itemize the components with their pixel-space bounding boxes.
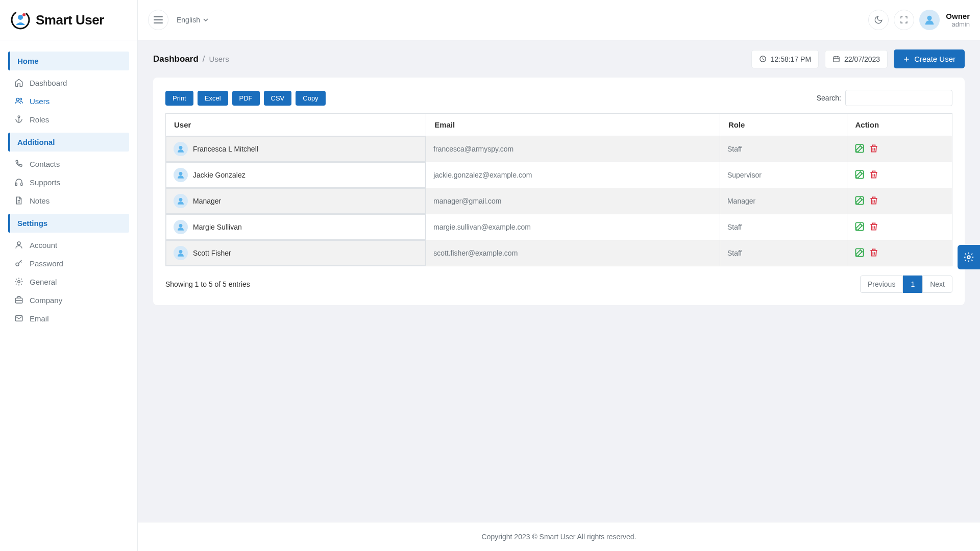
nav-section-header: Settings xyxy=(8,214,129,233)
nav-item-label: General xyxy=(30,278,57,286)
fullscreen-button[interactable] xyxy=(894,10,914,30)
headphones-icon xyxy=(14,178,23,187)
sidebar-nav: HomeDashboardUsersRolesAdditionalContact… xyxy=(0,40,137,551)
column-header[interactable]: Email xyxy=(426,114,720,136)
sidebar-item-roles[interactable]: Roles xyxy=(8,110,129,129)
email-cell: scott.fisher@example.com xyxy=(426,240,720,266)
hamburger-icon xyxy=(154,16,163,23)
clock-display: 12:58:17 PM xyxy=(751,50,819,68)
copy-button[interactable]: Copy xyxy=(296,91,325,106)
sidebar-item-dashboard[interactable]: Dashboard xyxy=(8,73,129,92)
pagination-previous[interactable]: Previous xyxy=(860,276,903,293)
sidebar-item-account[interactable]: Account xyxy=(8,236,129,254)
sidebar-item-notes[interactable]: Notes xyxy=(8,191,129,210)
action-cell xyxy=(847,162,952,188)
moon-icon xyxy=(874,15,883,24)
csv-button[interactable]: CSV xyxy=(264,91,292,106)
sidebar-item-password[interactable]: Password xyxy=(8,254,129,272)
users-icon xyxy=(14,96,23,106)
sidebar-item-company[interactable]: Company xyxy=(8,291,129,309)
user-icon xyxy=(924,14,935,26)
table-row: Francesca L Mitchellfrancesca@armyspy.co… xyxy=(166,136,952,162)
avatar xyxy=(174,142,188,156)
sidebar-item-supports[interactable]: Supports xyxy=(8,173,129,191)
delete-button[interactable] xyxy=(869,247,879,259)
anchor-icon xyxy=(14,115,23,124)
gear-icon xyxy=(963,252,974,263)
avatar xyxy=(174,168,188,182)
svg-rect-19 xyxy=(855,170,863,178)
menu-toggle-button[interactable] xyxy=(148,10,168,30)
edit-button[interactable] xyxy=(854,169,865,181)
breadcrumb-root[interactable]: Dashboard xyxy=(153,54,199,64)
table-row: Margie Sullivanmargie.sullivan@example.c… xyxy=(166,214,952,240)
avatar xyxy=(919,10,940,30)
edit-button[interactable] xyxy=(854,247,865,259)
breadcrumb-leaf: Users xyxy=(209,55,229,63)
table-row: Scott Fisherscott.fisher@example.comStaf… xyxy=(166,240,952,266)
user-menu[interactable]: Owner admin xyxy=(919,10,970,30)
breadcrumb-separator: / xyxy=(203,54,205,64)
search-input[interactable] xyxy=(845,90,952,106)
table-row: Jackie Gonzalezjackie.gonzalez@example.c… xyxy=(166,162,952,188)
user-cell: Jackie Gonzalez xyxy=(166,162,426,188)
theme-toggle-button[interactable] xyxy=(868,10,889,30)
date-display: 22/07/2023 xyxy=(825,50,888,68)
sidebar-item-email[interactable]: Email xyxy=(8,309,129,328)
sidebar-item-contacts[interactable]: Contacts xyxy=(8,155,129,173)
nav-item-label: Password xyxy=(30,259,63,268)
sidebar-item-general[interactable]: General xyxy=(8,272,129,291)
user-cell: Manager xyxy=(166,188,426,214)
svg-rect-21 xyxy=(855,196,863,204)
trash-icon xyxy=(869,247,879,258)
language-label: English xyxy=(177,16,200,24)
trash-icon xyxy=(869,195,879,206)
logo[interactable]: Smart User xyxy=(0,0,137,40)
svg-point-1 xyxy=(18,15,23,20)
nav-section-header: Additional xyxy=(8,133,129,152)
email-cell: manager@gmail.com xyxy=(426,188,720,214)
briefcase-icon xyxy=(14,295,23,305)
svg-point-3 xyxy=(16,98,19,101)
column-header[interactable]: Role xyxy=(720,114,847,136)
avatar xyxy=(174,246,188,260)
edit-button[interactable] xyxy=(854,195,865,207)
role-cell: Staff xyxy=(720,214,847,240)
delete-button[interactable] xyxy=(869,195,879,207)
svg-point-5 xyxy=(18,116,20,118)
gear-icon xyxy=(14,277,23,286)
settings-float-button[interactable] xyxy=(958,245,980,269)
nav-item-label: Users xyxy=(30,97,50,106)
pagination-page-1[interactable]: 1 xyxy=(903,276,922,293)
print-button[interactable]: Print xyxy=(165,91,193,106)
pagination-next[interactable]: Next xyxy=(922,276,952,293)
delete-button[interactable] xyxy=(869,221,879,233)
table-toolbar: PrintExcelPDFCSVCopy Search: xyxy=(165,90,952,106)
svg-point-4 xyxy=(20,98,22,100)
column-header[interactable]: Action xyxy=(847,114,952,136)
delete-button[interactable] xyxy=(869,169,879,181)
svg-point-9 xyxy=(16,263,19,266)
role-cell: Manager xyxy=(720,188,847,214)
edit-button[interactable] xyxy=(854,221,865,233)
create-user-button[interactable]: Create User xyxy=(894,49,965,68)
pdf-button[interactable]: PDF xyxy=(232,91,260,106)
maximize-icon xyxy=(900,16,908,24)
edit-icon xyxy=(854,195,865,206)
excel-button[interactable]: Excel xyxy=(198,91,228,106)
calendar-icon xyxy=(832,55,840,63)
delete-button[interactable] xyxy=(869,143,879,155)
avatar xyxy=(174,194,188,208)
pagination: Previous 1 Next xyxy=(860,276,952,293)
nav-item-label: Account xyxy=(30,241,57,249)
user-role: admin xyxy=(946,20,970,28)
column-header[interactable]: User xyxy=(166,114,426,136)
language-selector[interactable]: English xyxy=(177,16,208,24)
nav-section-header: Home xyxy=(8,52,129,70)
svg-rect-7 xyxy=(21,183,22,186)
nav-item-label: Roles xyxy=(30,115,49,124)
sidebar-item-users[interactable]: Users xyxy=(8,92,129,110)
edit-button[interactable] xyxy=(854,143,865,155)
svg-point-8 xyxy=(17,242,20,245)
svg-point-26 xyxy=(967,256,970,259)
